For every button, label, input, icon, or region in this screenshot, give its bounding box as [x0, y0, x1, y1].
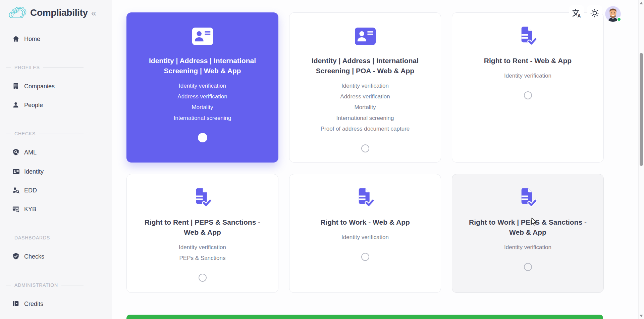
package-features: Identity verificationPEPs & Sanctions — [179, 242, 226, 264]
package-radio[interactable] — [361, 253, 369, 261]
package-features: Identity verificationAddress verificatio… — [173, 81, 231, 124]
package-radio[interactable] — [198, 133, 207, 142]
package-feature: Identity verification — [341, 81, 389, 91]
sidebar-section-label: PROFILES — [14, 65, 40, 70]
package-card[interactable]: Identity | Address | International Scree… — [126, 12, 278, 163]
sidebar: Compliability « HomePROFILESCompaniesPeo… — [0, 0, 112, 319]
shield-search-icon — [12, 148, 20, 156]
package-title: Identity | Address | International Scree… — [300, 56, 431, 76]
sidebar-item-identity[interactable]: Identity — [0, 166, 112, 177]
sidebar-item-label: Checks — [24, 251, 44, 262]
id-card-icon — [355, 26, 376, 47]
doc-check-icon — [356, 187, 375, 208]
cloud-fingerprint-logo-icon — [8, 5, 27, 20]
sidebar-item-label: KYB — [24, 204, 36, 215]
sidebar-item-edd[interactable]: EDD — [0, 185, 112, 196]
sidebar-item-companies[interactable]: Companies — [0, 81, 112, 92]
person-icon — [12, 101, 20, 109]
sidebar-item-people[interactable]: People — [0, 100, 112, 110]
package-feature: Mortality — [192, 102, 213, 113]
sidebar-section-administration: ADMINISTRATION — [6, 282, 84, 288]
building-icon — [12, 82, 20, 90]
package-radio[interactable] — [199, 274, 207, 282]
theme-toggle-button[interactable] — [587, 5, 602, 21]
package-card[interactable]: Right to Work | PEPS & Sanctions - Web &… — [452, 174, 604, 293]
home-icon — [12, 35, 20, 43]
sidebar-item-label: AML — [24, 147, 37, 158]
sidebar-item-credits[interactable]: Credits — [0, 299, 112, 309]
logo: Compliability « — [8, 5, 96, 20]
package-feature: Address verification — [340, 91, 390, 102]
package-feature: International screening — [173, 113, 231, 124]
package-card[interactable]: Right to Rent - Web & AppIdentity verifi… — [452, 12, 604, 163]
translate-button[interactable]: A — [569, 5, 584, 21]
sidebar-item-aml[interactable]: AML — [0, 147, 112, 158]
package-grid: Identity | Address | International Scree… — [126, 12, 604, 293]
package-features: Identity verificationAddress verificatio… — [321, 81, 410, 134]
scrollbar-up-arrow[interactable] — [640, 2, 643, 4]
sidebar-item-label: EDD — [24, 185, 37, 196]
package-card[interactable]: Identity | Address | International Scree… — [289, 12, 441, 163]
package-feature: Proof of address document capture — [321, 124, 410, 134]
main-content: Identity | Address | International Scree… — [112, 0, 644, 319]
scrollbar-thumb[interactable] — [640, 53, 643, 166]
package-feature: PEPs & Sanctions — [179, 253, 226, 264]
package-feature: Identity verification — [179, 81, 226, 91]
scrollbar-down-arrow[interactable] — [640, 315, 643, 317]
package-title: Right to Work | PEPS & Sanctions - Web &… — [462, 217, 594, 237]
app-window: Compliability « HomePROFILESCompaniesPeo… — [0, 0, 644, 319]
package-feature: Identity verification — [504, 242, 551, 253]
package-feature: Mortality — [354, 102, 376, 113]
doc-check-icon — [193, 187, 212, 208]
package-card[interactable]: Right to Rent | PEPS & Sanctions - Web &… — [126, 174, 278, 293]
package-feature: Identity verification — [504, 71, 551, 81]
app-title: Compliability — [30, 7, 88, 18]
person-search-icon — [12, 186, 20, 194]
doc-check-icon — [518, 26, 538, 47]
sidebar-item-checks[interactable]: Checks — [0, 251, 112, 262]
sun-icon — [590, 8, 600, 18]
package-radio[interactable] — [524, 91, 532, 99]
sidebar-item-label: Home — [24, 34, 40, 44]
doc-check-icon — [518, 187, 538, 208]
sidebar-section-checks: CHECKS — [6, 131, 84, 136]
sidebar-item-home[interactable]: Home — [0, 34, 112, 44]
package-card[interactable]: Right to Work - Web & AppIdentity verifi… — [289, 174, 441, 293]
online-status-dot — [617, 17, 621, 21]
sidebar-item-label: People — [24, 100, 43, 110]
package-radio[interactable] — [361, 144, 369, 152]
action-bar-partial[interactable] — [126, 315, 603, 319]
user-avatar[interactable] — [605, 6, 621, 22]
svg-text:A: A — [577, 13, 581, 18]
package-radio[interactable] — [524, 263, 532, 271]
sidebar-section-profiles: PROFILES — [6, 65, 84, 70]
sidebar-section-label: DASHBOARDS — [14, 235, 50, 240]
sidebar-item-label: Credits — [24, 299, 43, 309]
translate-icon: A — [572, 8, 582, 18]
package-title: Right to Work - Web & App — [320, 217, 410, 227]
id-card-icon — [192, 26, 213, 47]
package-title: Right to Rent - Web & App — [484, 56, 572, 66]
package-feature: International screening — [336, 113, 394, 124]
sidebar-collapse-icon[interactable]: « — [91, 8, 96, 18]
card-search-icon — [12, 205, 20, 213]
package-features: Identity verification — [504, 242, 551, 253]
sidebar-section-label: ADMINISTRATION — [14, 282, 58, 288]
scrollbar[interactable] — [638, 0, 644, 319]
package-feature: Identity verification — [341, 232, 389, 243]
package-feature: Identity verification — [179, 242, 226, 253]
package-features: Identity verification — [504, 71, 551, 81]
shield-check-icon — [12, 253, 20, 261]
sidebar-section-dashboards: DASHBOARDS — [6, 235, 84, 240]
package-features: Identity verification — [341, 232, 389, 243]
package-title: Right to Rent | PEPS & Sanctions - Web &… — [137, 217, 268, 237]
sidebar-section-label: CHECKS — [14, 131, 36, 136]
sidebar-item-label: Companies — [24, 81, 55, 92]
sidebar-item-kyb[interactable]: KYB — [0, 204, 112, 215]
id-card-icon — [12, 168, 20, 176]
package-title: Identity | Address | International Scree… — [137, 56, 268, 76]
credit-card-icon — [12, 300, 20, 308]
package-feature: Address verification — [177, 91, 227, 102]
sidebar-item-label: Identity — [24, 166, 44, 177]
